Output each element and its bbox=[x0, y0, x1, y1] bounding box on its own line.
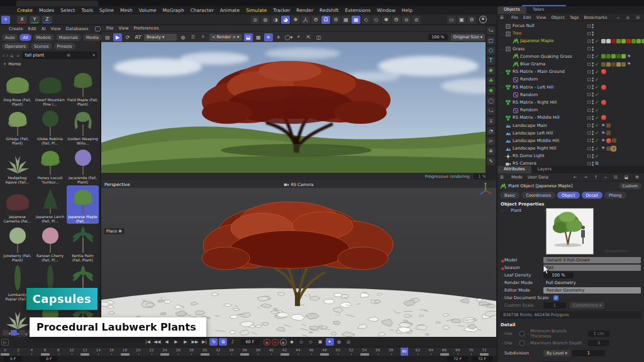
material-swatch[interactable] bbox=[606, 62, 611, 67]
clapper-icon[interactable]: ▤ bbox=[103, 33, 112, 41]
up-icon[interactable]: ↑ bbox=[592, 175, 601, 180]
keyframe-marker-48[interactable] bbox=[320, 353, 329, 356]
object-row-rs-matrix-main-ground[interactable]: -RS Matrix - Main Ground✓ bbox=[497, 68, 644, 75]
layer-box[interactable] bbox=[587, 101, 591, 104]
ab-tab-auto[interactable]: Auto bbox=[2, 34, 18, 41]
home-icon[interactable]: ⌂ bbox=[10, 53, 13, 58]
menu-help[interactable]: Help bbox=[399, 8, 416, 13]
menu-spline[interactable]: Spline bbox=[96, 8, 117, 13]
plant-item-9[interactable]: Japanese Camellia (Fal... bbox=[1, 185, 33, 224]
enabled-check-icon[interactable]: ✓ bbox=[595, 77, 600, 82]
coord-transform-icon[interactable]: ⮑ bbox=[487, 26, 495, 35]
redshift-material-icon[interactable] bbox=[601, 100, 606, 105]
attr-menu-mode[interactable]: Mode bbox=[509, 175, 525, 180]
grid-icon[interactable]: ▦ bbox=[341, 16, 350, 24]
zoom-field[interactable]: 100 % bbox=[428, 34, 448, 40]
ab-menu-create[interactable]: Create bbox=[6, 26, 26, 31]
gear-icon[interactable]: ⚙ bbox=[633, 175, 641, 180]
object-row-landscape-middle-hill[interactable]: Landscape Middle Hill✓⚑ bbox=[497, 137, 644, 145]
place-tool-hud[interactable]: Place ✥ bbox=[104, 228, 125, 234]
plant-item-3[interactable]: Ginkgo (Fall, Plant) bbox=[1, 107, 33, 146]
material-swatch[interactable] bbox=[621, 39, 626, 43]
expand-icon[interactable]: ⇱ bbox=[304, 33, 313, 41]
subdivision-field[interactable]: 1 bbox=[572, 350, 605, 356]
material-swatch[interactable] bbox=[611, 62, 616, 67]
tag-flag-icon[interactable]: ⚑ bbox=[601, 131, 605, 136]
document-tab[interactable] bbox=[16, 1, 98, 6]
character-icon[interactable]: 人 bbox=[301, 16, 310, 24]
expand-icon[interactable]: - bbox=[500, 70, 505, 74]
min-branch-use-checkbox[interactable]: ✓ bbox=[519, 331, 525, 336]
hamburger-icon[interactable]: ☰ bbox=[497, 175, 506, 180]
prev-frame-button[interactable]: ◀ bbox=[162, 338, 170, 346]
key-rotation-icon[interactable]: ◇ bbox=[307, 338, 315, 346]
material-swatch[interactable] bbox=[601, 54, 606, 58]
object-row-blue-grama[interactable]: Blue Grama✓⚑ bbox=[497, 60, 644, 68]
object-row-random[interactable]: Random✓ bbox=[497, 91, 644, 99]
menu-create[interactable]: Create bbox=[14, 8, 36, 13]
search-input[interactable]: fall plant ⊗ ▾ bbox=[22, 52, 97, 59]
enabled-check-icon[interactable]: ✓ bbox=[595, 99, 600, 105]
tag-flag-icon[interactable]: ⚑ bbox=[601, 138, 605, 143]
size-dropdown[interactable]: Original Size ▾ bbox=[451, 34, 485, 41]
rec-param-button[interactable]: ◉ bbox=[280, 339, 287, 346]
goto-start-button[interactable]: |◀ bbox=[143, 338, 152, 346]
menu-window[interactable]: Window bbox=[374, 8, 399, 13]
plant-item-14[interactable]: Kentia Palm (Fall, Plant) bbox=[67, 224, 99, 263]
plant-item-13[interactable]: Kanzan Cherry (Fall, Pl... bbox=[34, 224, 66, 263]
keyframe-marker-24[interactable] bbox=[160, 353, 169, 356]
layer-box[interactable] bbox=[587, 124, 591, 127]
object-row-landscape-right-hill[interactable]: Landscape Right Hill✓⚑✕ bbox=[497, 145, 644, 152]
beauty-dropdown[interactable]: Beauty ▾ bbox=[144, 34, 177, 41]
light-icon[interactable]: ⛯ bbox=[487, 147, 495, 155]
forward-icon[interactable]: → bbox=[581, 175, 590, 180]
keyframe-marker-42[interactable] bbox=[280, 353, 289, 356]
rv-menu-preferences[interactable]: Preferences bbox=[131, 26, 162, 31]
material-swatch[interactable] bbox=[601, 39, 606, 43]
focus-icon[interactable]: ⌖ bbox=[294, 33, 303, 41]
objects-menu-bookmarks[interactable]: Bookmarks bbox=[582, 15, 610, 20]
object-row-common-quaking-grass[interactable]: Common Quaking Grass✓⚑ bbox=[497, 53, 644, 60]
visibility-dots[interactable] bbox=[592, 154, 594, 158]
visibility-dots[interactable] bbox=[592, 47, 594, 51]
pen-icon[interactable]: ✎ bbox=[487, 157, 495, 165]
objects-menu-file[interactable]: File bbox=[509, 15, 521, 20]
visibility-dots[interactable] bbox=[592, 146, 594, 151]
ab-tab-operators[interactable]: Operators bbox=[2, 43, 29, 50]
live-selection-icon[interactable]: ⟡ bbox=[1, 16, 10, 24]
snapshot-b-icon[interactable]: ✳ bbox=[274, 33, 283, 41]
solo-b-icon[interactable]: ◎ bbox=[345, 338, 353, 346]
redshift-material-icon[interactable] bbox=[601, 115, 606, 120]
forward-icon[interactable]: › bbox=[6, 53, 8, 58]
material-swatch[interactable] bbox=[611, 39, 616, 43]
objects-menu-view[interactable]: View bbox=[534, 15, 549, 20]
menu-redshift[interactable]: Redshift bbox=[316, 8, 341, 13]
home-icon[interactable]: ⌂ bbox=[624, 15, 631, 20]
workplane-icon[interactable]: ✥ bbox=[291, 16, 300, 24]
enabled-check-icon[interactable]: ✓ bbox=[595, 146, 600, 151]
layer-box[interactable] bbox=[587, 147, 591, 150]
menu-animate[interactable]: Animate bbox=[217, 8, 243, 13]
timeline-ruler[interactable]: 0246810121416182022242628303234363840424… bbox=[0, 347, 496, 356]
search-icon[interactable]: ⌕ bbox=[614, 15, 622, 20]
object-row-focus-null[interactable]: Focus Null bbox=[497, 22, 644, 30]
layer-box[interactable] bbox=[587, 162, 591, 165]
remove-icon[interactable]: ⊖ bbox=[402, 16, 411, 24]
layer-box[interactable] bbox=[587, 93, 591, 96]
plant-item-7[interactable]: Honey Locust 'Sunbur... bbox=[34, 146, 66, 185]
plant-item-10[interactable]: Japanese Larch (Fall, Pl... bbox=[34, 185, 66, 224]
use-document-scale-checkbox[interactable]: ✓ bbox=[553, 295, 558, 300]
generator-icon[interactable]: ✽ bbox=[487, 87, 495, 95]
render-settings-icon[interactable]: ⚙ bbox=[467, 16, 476, 24]
keyframe-marker-54[interactable] bbox=[360, 353, 369, 356]
crop-icon[interactable]: ⌗ bbox=[199, 33, 208, 41]
filter-dropdown-icon[interactable]: ▾ bbox=[92, 53, 95, 58]
layer-box[interactable] bbox=[587, 25, 591, 28]
material-swatch[interactable] bbox=[606, 131, 611, 135]
lock-icon[interactable]: ⬓ bbox=[622, 175, 631, 180]
gear-a-icon[interactable]: ⚙ bbox=[311, 16, 320, 24]
frame-start-field-1[interactable]: 0 F bbox=[40, 356, 58, 361]
material-swatch[interactable] bbox=[621, 62, 626, 67]
visibility-dots[interactable] bbox=[592, 162, 594, 166]
spline-circle-icon[interactable]: ◯ bbox=[487, 97, 495, 105]
